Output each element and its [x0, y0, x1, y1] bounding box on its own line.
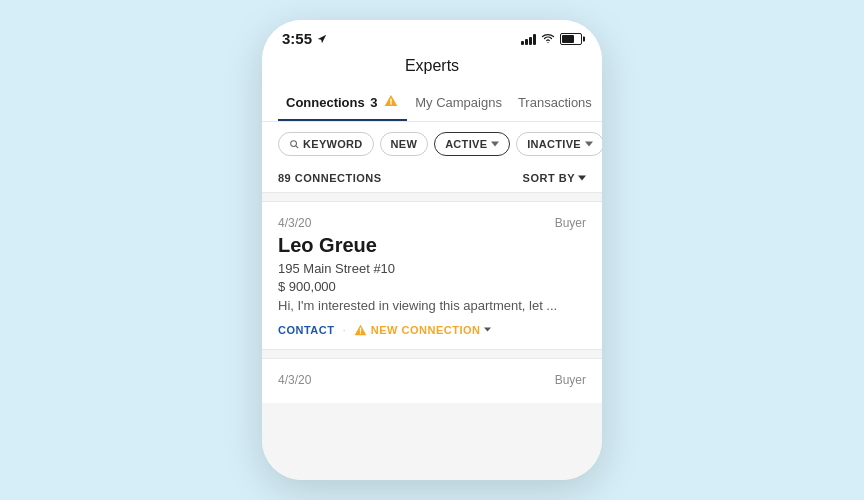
new-connection-chevron-icon — [484, 327, 491, 332]
second-card-type: Buyer — [555, 373, 586, 387]
card-message: Hi, I'm interested in viewing this apart… — [278, 298, 586, 313]
status-icons — [521, 33, 582, 45]
status-bar: 3:55 — [262, 20, 602, 53]
dot-separator: · — [342, 323, 345, 337]
location-arrow-icon — [317, 34, 327, 44]
sort-by-label: SORT BY — [523, 172, 575, 184]
sort-by-button[interactable]: SORT BY — [523, 172, 586, 184]
new-connection-button[interactable]: NEW CONNECTION — [354, 324, 492, 336]
tab-connections-badge: 3 — [370, 95, 377, 110]
active-label: ACTIVE — [445, 138, 487, 150]
battery-icon — [560, 33, 582, 45]
new-label: NEW — [391, 138, 418, 150]
svg-point-0 — [291, 140, 297, 146]
filters-row: KEYWORD NEW ACTIVE INACTIVE — [262, 122, 602, 166]
card-date: 4/3/20 — [278, 216, 311, 230]
connection-card: 4/3/20 Buyer Leo Greue 195 Main Street #… — [262, 201, 602, 350]
tab-transactions[interactable]: Transactions — [510, 87, 600, 119]
tabs-container: Connections 3 My Campaigns Transactions … — [262, 85, 602, 122]
tab-my-campaigns[interactable]: My Campaigns — [407, 87, 510, 119]
tab-my-t[interactable]: My T — [600, 87, 602, 119]
warning-triangle-icon — [383, 93, 399, 107]
card-header: 4/3/20 Buyer — [278, 216, 586, 230]
keyword-filter-button[interactable]: KEYWORD — [278, 132, 374, 156]
second-connection-card: 4/3/20 Buyer — [262, 358, 602, 403]
wifi-icon — [541, 33, 555, 45]
inactive-label: INACTIVE — [527, 138, 581, 150]
keyword-label: KEYWORD — [303, 138, 363, 150]
contact-button[interactable]: CONTACT — [278, 324, 334, 336]
card-address: 195 Main Street #10 — [278, 261, 586, 276]
new-filter-button[interactable]: NEW — [380, 132, 429, 156]
active-chevron-icon — [491, 141, 499, 147]
signal-icon — [521, 33, 536, 45]
sort-chevron-icon — [578, 175, 586, 181]
phone-frame: 3:55 Experts Connections 3 — [262, 20, 602, 480]
inactive-filter-button[interactable]: INACTIVE — [516, 132, 602, 156]
inactive-chevron-icon — [585, 141, 593, 147]
card-type: Buyer — [555, 216, 586, 230]
tab-transactions-label: Transactions — [518, 95, 592, 110]
tab-my-campaigns-label: My Campaigns — [415, 95, 502, 110]
connections-count: 89 CONNECTIONS — [278, 172, 382, 184]
card-price: $ 900,000 — [278, 279, 586, 294]
second-card-header: 4/3/20 Buyer — [278, 373, 586, 387]
cards-container: 4/3/20 Buyer Leo Greue 195 Main Street #… — [262, 193, 602, 481]
page-title: Experts — [262, 53, 602, 85]
status-time: 3:55 — [282, 30, 312, 47]
card-name: Leo Greue — [278, 234, 586, 257]
search-icon — [289, 139, 299, 149]
new-connection-warning-icon — [354, 324, 367, 336]
svg-line-1 — [296, 145, 298, 147]
new-connection-label: NEW CONNECTION — [371, 324, 481, 336]
second-card-date: 4/3/20 — [278, 373, 311, 387]
tab-connections-label: Connections — [286, 95, 368, 110]
tab-connections[interactable]: Connections 3 — [278, 85, 407, 121]
connections-row: 89 CONNECTIONS SORT BY — [262, 166, 602, 193]
card-actions: CONTACT · NEW CONNECTION — [278, 323, 586, 337]
active-filter-button[interactable]: ACTIVE — [434, 132, 510, 156]
